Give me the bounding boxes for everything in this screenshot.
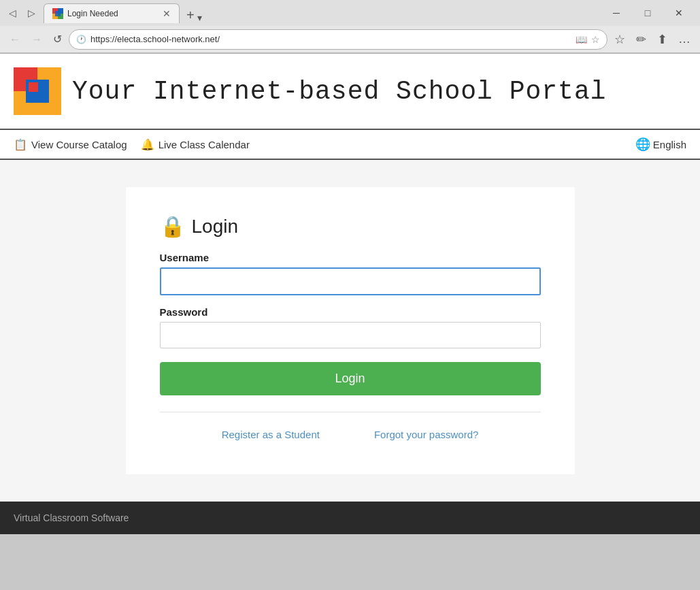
password-input[interactable]	[160, 322, 541, 348]
bookmark-star-icon[interactable]: ☆	[591, 34, 600, 45]
tab-favicon	[52, 8, 63, 19]
catalog-icon: 📋	[14, 138, 27, 151]
address-bar[interactable]: 🕐 https://electa.school-network.net/ 📖 ☆	[69, 29, 607, 50]
login-box: 🔒 Login Username Password Login Register…	[126, 187, 575, 474]
maximize-button[interactable]: □	[632, 0, 663, 26]
language-selector[interactable]: 🌐 English	[635, 137, 686, 152]
minimize-button[interactable]: ─	[601, 0, 632, 26]
browser-chrome: ◁ ▷ Login Needed ✕ + ▾	[0, 0, 700, 54]
website-content: Your Internet-based School Portal 📋 View…	[0, 54, 700, 502]
favorites-icon[interactable]: ☆	[610, 31, 629, 48]
browser-tab[interactable]: Login Needed ✕	[44, 3, 180, 23]
back-button[interactable]: ←	[5, 31, 24, 48]
login-button[interactable]: Login	[160, 362, 541, 395]
tab-title: Login Needed	[67, 9, 159, 18]
view-course-catalog-link[interactable]: 📋 View Course Catalog	[14, 138, 127, 151]
address-right-icons: 📖 ☆	[576, 34, 600, 45]
site-title: Your Internet-based School Portal	[72, 77, 607, 106]
svg-rect-4	[55, 11, 61, 16]
login-title: Login	[192, 216, 239, 237]
login-header: 🔒 Login	[160, 214, 541, 238]
new-tab-button[interactable]: +	[182, 7, 195, 23]
url-text: https://electa.school-network.net/	[90, 34, 571, 44]
live-class-calendar-link[interactable]: 🔔 Live Class Calendar	[141, 138, 250, 151]
forward-page-icon[interactable]: ▷	[24, 6, 38, 20]
history-icon: 🕐	[76, 35, 86, 44]
logo-container: Your Internet-based School Portal	[14, 67, 607, 115]
site-header: Your Internet-based School Portal	[0, 54, 700, 129]
back-page-icon[interactable]: ◁	[5, 6, 19, 20]
close-button[interactable]: ✕	[663, 0, 695, 26]
register-link[interactable]: Register as a Student	[222, 429, 320, 440]
forgot-password-link[interactable]: Forgot your password?	[374, 429, 478, 440]
calendar-icon: 🔔	[141, 138, 154, 151]
titlebar-nav-icons: ◁ ▷	[5, 6, 38, 20]
links-row: Register as a Student Forgot your passwo…	[160, 429, 541, 440]
username-group: Username	[160, 252, 541, 295]
new-tab-icon: +	[186, 7, 195, 23]
calendar-label: Live Class Calendar	[159, 139, 250, 150]
globe-icon: 🌐	[635, 137, 650, 152]
password-group: Password	[160, 306, 541, 348]
lock-icon: 🔒	[160, 214, 185, 238]
language-label: English	[653, 139, 686, 150]
main-content: 🔒 Login Username Password Login Register…	[0, 160, 700, 502]
footer-text: Virtual Classroom Software	[14, 512, 129, 523]
share-icon[interactable]: ⬆	[653, 31, 671, 48]
username-label: Username	[160, 252, 541, 263]
tab-list-button[interactable]: ▾	[197, 12, 202, 23]
nav-bar: 📋 View Course Catalog 🔔 Live Class Calen…	[0, 129, 700, 160]
forward-button[interactable]: →	[27, 31, 46, 48]
window-controls: ─ □ ✕	[601, 0, 695, 26]
site-logo	[14, 67, 61, 115]
tab-close-button[interactable]: ✕	[163, 8, 171, 19]
password-label: Password	[160, 306, 541, 318]
more-icon[interactable]: …	[674, 31, 695, 48]
reader-icon[interactable]: 📖	[576, 34, 587, 45]
catalog-label: View Course Catalog	[31, 139, 127, 150]
svg-rect-10	[29, 82, 38, 92]
pen-icon[interactable]: ✏	[632, 31, 650, 48]
username-input[interactable]	[160, 267, 541, 295]
browser-titlebar: ◁ ▷ Login Needed ✕ + ▾	[0, 0, 700, 26]
site-footer: Virtual Classroom Software	[0, 502, 700, 534]
refresh-button[interactable]: ↺	[49, 30, 66, 48]
browser-toolbar: ← → ↺ 🕐 https://electa.school-network.ne…	[0, 26, 700, 53]
divider	[160, 412, 541, 412]
toolbar-right-icons: ☆ ✏ ⬆ …	[610, 31, 695, 48]
